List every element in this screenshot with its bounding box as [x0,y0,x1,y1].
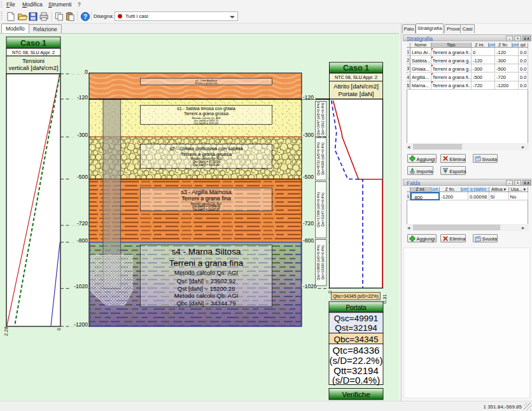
svg-text:Portate [daN]: Portate [daN] [339,90,374,97]
svg-text:?: ? [83,13,87,20]
svg-text:-800: -800 [303,237,314,244]
svg-text:NTC 08, SLU Appr. 2: NTC 08, SLU Appr. 2 [12,50,55,55]
svg-text:Metodo calcolo Qs: AGI: Metodo calcolo Qs: AGI [174,269,238,276]
svg-text:Qst [daN] = 11147.87: Qst [daN] = 11147.87 [192,208,220,211]
svg-text:-120: -120 [77,94,88,101]
svg-text:Qbc=34345 (s/D=22%): Qbc=34345 (s/D=22%) [333,294,379,299]
svg-text:Terreni a grana grossa: Terreni a grana grossa [184,111,228,116]
svg-text:-120: -120 [303,94,314,101]
svg-text:Terreni a grana fina: Terreni a grana fina [169,258,244,268]
svg-text:-300: -300 [77,132,88,138]
svg-text:Qst=4335 (s/D=0.4%): Qst=4335 (s/D=0.4%) [321,143,325,175]
svg-text:Qst [daN] = 1911.84: Qst [daN] = 1911.84 [194,122,219,125]
svg-text:(s/D=0.4%): (s/D=0.4%) [332,375,380,386]
svg-text:s2 - Ghiaia ciottolosa con sab: s2 - Ghiaia ciottolosa con sabbia [169,146,243,151]
svg-text:0: 0 [85,69,88,75]
svg-text:Verifiche: Verifiche [342,391,370,398]
svg-text:-720: -720 [77,220,88,226]
svg-text:s1 - Sabbia limosa con ghiaia: s1 - Sabbia limosa con ghiaia [177,106,235,111]
svg-text:Qst=1912 (s/D=0.4%): Qst=1912 (s/D=0.4%) [321,102,325,135]
svg-text:NTC 08, SLU Appr. 2: NTC 08, SLU Appr. 2 [335,74,377,80]
svg-text:Qsc=17309 (s/D=0.4%): Qsc=17309 (s/D=0.4%) [316,192,320,228]
svg-text:Qst=32194: Qst=32194 [335,323,377,333]
svg-text:s3 - Argilla Marnosa: s3 - Argilla Marnosa [181,189,232,195]
svg-text:Qsc=23603 (s/D=0.4%): Qsc=23603 (s/D=0.4%) [316,245,320,281]
svg-text:Qst=15200 (s/D=0.4%): Qst=15200 (s/D=0.4%) [321,245,325,279]
svg-text:Tensioni: Tensioni [22,57,45,64]
svg-text:verticali [daN/cm2]: verticali [daN/cm2] [8,64,58,71]
svg-text:Qtc=84336: Qtc=84336 [333,345,380,356]
svg-text:-1020: -1020 [74,283,88,289]
svg-text:Qst [daN] = 4335.43: Qst [daN] = 4335.43 [193,164,220,167]
svg-text:Qsc=49991: Qsc=49991 [334,314,378,323]
svg-text:Caso 1: Caso 1 [343,64,369,73]
svg-text:-800: -800 [77,237,88,244]
svg-text:Qst [daN] = 15200.28: Qst [daN] = 15200.28 [178,285,235,292]
svg-text:Terreni a grana grossa: Terreni a grana grossa [181,151,232,157]
svg-text:Qsc=6732 (s/D=0.4%): Qsc=6732 (s/D=0.4%) [316,142,320,176]
svg-text:-720: -720 [303,220,314,226]
svg-text:2.28: 2.28 [3,326,9,336]
svg-text:-1020: -1020 [303,283,317,289]
svg-text:-300: -300 [303,132,314,138]
svg-text:0: 0 [56,328,62,330]
svg-text:-1200: -1200 [74,321,88,328]
svg-text:Terreni a grana fina: Terreni a grana fina [181,195,231,202]
svg-text:Metodo calcolo Qb: AGI: Metodo calcolo Qb: AGI [174,292,238,299]
svg-text:Qbc=34345: Qbc=34345 [333,335,378,344]
svg-text:-500: -500 [303,174,314,180]
svg-text:Qbc [daN] = 34344.79: Qbc [daN] = 34344.79 [176,300,235,307]
svg-text:Qst=11147 (s/D=0.4%): Qst=11147 (s/D=0.4%) [321,193,325,227]
svg-text:Caso 1: Caso 1 [20,39,46,48]
svg-text:s4 - Marna Siltosa: s4 - Marna Siltosa [172,247,241,256]
svg-text:-500: -500 [77,174,88,180]
svg-text:Qsc=2947 (s/D=0.4%): Qsc=2947 (s/D=0.4%) [316,102,320,136]
svg-text:Attrito [daN/cm2]: Attrito [daN/cm2] [333,83,379,90]
svg-text:(s/D=22.2%): (s/D=22.2%) [330,355,383,366]
svg-text:Portata: Portata [346,304,367,311]
svg-text:Qsc [daN] = 23602.92: Qsc [daN] = 23602.92 [177,277,236,284]
svg-text:Terreni a grana fine: Terreni a grana fine [195,81,218,85]
